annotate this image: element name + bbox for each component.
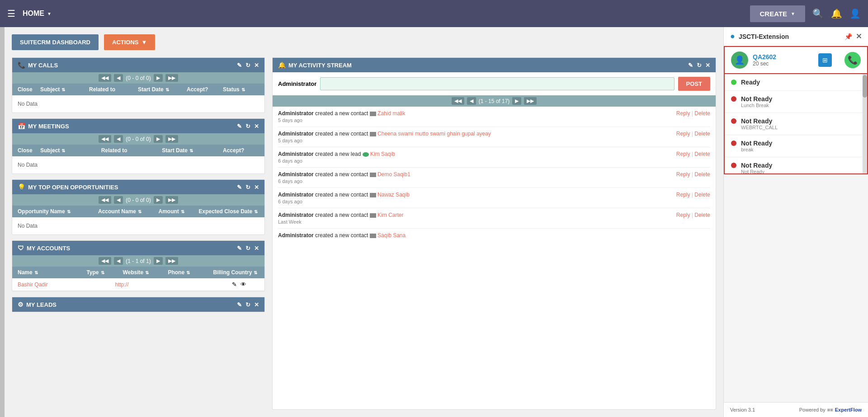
meetings-prev-first[interactable]: ◀◀: [99, 135, 111, 143]
delete-link-5[interactable]: Delete: [694, 192, 710, 198]
home-link[interactable]: HOME ▼: [23, 9, 52, 18]
reply-link-1[interactable]: Reply: [676, 110, 690, 117]
meetings-prev[interactable]: ◀: [114, 135, 123, 143]
contact-link-6[interactable]: Kim Carter: [377, 212, 403, 218]
create-button[interactable]: CREATE ▼: [750, 5, 805, 22]
meetings-close-icon[interactable]: ✕: [254, 123, 259, 130]
agent-grid-button[interactable]: ⊞: [818, 53, 832, 67]
not-ready-lunch-sublabel: Lunch Break: [741, 103, 772, 108]
dropdown-scrollbar-track[interactable]: [863, 74, 867, 173]
activity-prev-first[interactable]: ◀◀: [452, 97, 464, 105]
delete-link-1[interactable]: Delete: [694, 110, 710, 117]
leads-title: MY LEADS: [26, 301, 57, 308]
reply-link-5[interactable]: Reply: [676, 192, 690, 198]
status-item-not-ready-lunch[interactable]: Not Ready Lunch Break: [725, 91, 867, 113]
delete-link-2[interactable]: Delete: [694, 131, 710, 137]
account-row-view-icon[interactable]: 👁: [241, 281, 246, 288]
opp-prev-first[interactable]: ◀◀: [99, 196, 111, 204]
opp-page-info: (0 - 0 of 0): [126, 197, 151, 203]
meetings-next-last[interactable]: ▶▶: [165, 135, 178, 143]
delete-link-4[interactable]: Delete: [694, 171, 710, 178]
activity-edit-icon[interactable]: ✎: [688, 62, 693, 69]
status-item-not-ready-break[interactable]: Not Ready break: [725, 135, 867, 157]
calls-close-icon[interactable]: ✕: [254, 62, 259, 69]
account-row-edit-icon[interactable]: ✎: [232, 281, 237, 288]
top-navigation: ☰ HOME ▼ CREATE ▼ 🔍 🔔 👤: [0, 0, 868, 27]
activity-next[interactable]: ▶: [512, 97, 521, 105]
agent-call-button[interactable]: 📞: [844, 52, 861, 68]
calls-next[interactable]: ▶: [154, 74, 163, 82]
account-website-link[interactable]: http://: [115, 281, 128, 288]
activity-prev[interactable]: ◀: [467, 97, 476, 105]
leads-close-icon[interactable]: ✕: [254, 301, 259, 308]
activity-refresh-icon[interactable]: ↻: [697, 62, 702, 69]
dashboard-button[interactable]: SUITECRM DASHBOARD: [12, 34, 99, 50]
create-caret: ▼: [791, 11, 795, 16]
accounts-edit-icon[interactable]: ✎: [237, 245, 242, 252]
opp-prev[interactable]: ◀: [114, 196, 123, 204]
meetings-page-info: (0 - 0 of 0): [126, 136, 151, 142]
accounts-close-icon[interactable]: ✕: [254, 245, 259, 252]
col-related-m: Related to: [101, 147, 162, 154]
activity-close-icon[interactable]: ✕: [705, 62, 710, 69]
accounts-prev[interactable]: ◀: [114, 257, 123, 265]
calls-prev[interactable]: ◀: [114, 74, 123, 82]
opp-edit-icon[interactable]: ✎: [237, 184, 242, 191]
calls-prev-first[interactable]: ◀◀: [99, 74, 111, 82]
opp-close-icon[interactable]: ✕: [254, 184, 259, 191]
contact-link-7[interactable]: Saqib Sana: [377, 232, 406, 239]
leads-refresh-icon[interactable]: ↻: [245, 301, 250, 308]
leads-icon: ⚙: [18, 301, 24, 308]
status-item-ready[interactable]: Ready: [725, 74, 867, 91]
actions-button[interactable]: ACTIONS ▼: [104, 34, 155, 50]
col-accept: Accept?: [187, 86, 223, 93]
jscti-version: Version 3.1: [730, 407, 755, 412]
delete-link-6[interactable]: Delete: [694, 212, 710, 218]
opp-next-last[interactable]: ▶▶: [165, 196, 178, 204]
leads-edit-icon[interactable]: ✎: [237, 301, 242, 308]
reply-link-6[interactable]: Reply: [676, 212, 690, 218]
contact-link-5[interactable]: Nawaz Saqib: [377, 192, 410, 198]
meetings-refresh-icon[interactable]: ↻: [245, 123, 250, 130]
contact-link-4[interactable]: Demo Saqib1: [377, 171, 410, 178]
notifications-icon[interactable]: 🔔: [831, 8, 842, 19]
status-item-not-ready[interactable]: Not Ready Not Ready: [725, 157, 867, 173]
hamburger-icon[interactable]: ☰: [7, 8, 15, 19]
col-opp-name: Opportunity Name ⇅: [18, 208, 98, 215]
contact-link-2[interactable]: Cheena swami mutto swami ghain gupal aye…: [377, 131, 491, 137]
reply-link-2[interactable]: Reply: [676, 131, 690, 137]
accounts-next[interactable]: ▶: [154, 257, 163, 265]
accounts-refresh-icon[interactable]: ↻: [245, 245, 250, 252]
accounts-prev-first[interactable]: ◀◀: [99, 257, 111, 265]
reply-link-3[interactable]: Reply: [676, 151, 690, 157]
calls-edit-icon[interactable]: ✎: [237, 62, 242, 69]
activity-next-last[interactable]: ▶▶: [524, 97, 537, 105]
delete-link-3[interactable]: Delete: [694, 151, 710, 157]
status-item-not-ready-webrtc[interactable]: Not Ready WEBRTC_CALL: [725, 113, 867, 135]
col-date-m: Start Date ⇅: [162, 147, 223, 154]
accounts-next-last[interactable]: ▶▶: [165, 257, 178, 265]
search-icon[interactable]: 🔍: [812, 8, 824, 19]
post-input[interactable]: [320, 77, 674, 90]
contact-link-1[interactable]: Zahid malik: [377, 110, 405, 117]
meetings-edit-icon[interactable]: ✎: [237, 123, 242, 130]
calls-icon: 📞: [18, 61, 25, 69]
agent-status-bar: 👤 QA2602 20 sec ⊞ 📞: [724, 46, 868, 74]
calls-next-last[interactable]: ▶▶: [165, 74, 178, 82]
account-name-link[interactable]: Bashir Qadir: [18, 281, 48, 288]
col-date: Start Date ⇅: [138, 86, 187, 93]
reply-link-4[interactable]: Reply: [676, 171, 690, 178]
list-item: Administrator created a new contact Saqi…: [278, 229, 710, 242]
meetings-pagination: ◀◀ ◀ (0 - 0 of 0) ▶ ▶▶: [12, 133, 264, 145]
jscti-close-icon[interactable]: ✕: [856, 32, 862, 41]
list-item: Reply | Delete Administrator created a n…: [278, 208, 710, 229]
opp-next[interactable]: ▶: [154, 196, 163, 204]
lead-icon-3: [363, 152, 369, 157]
user-profile-icon[interactable]: 👤: [849, 8, 861, 19]
contact-link-3[interactable]: Kim Saqib: [370, 151, 395, 157]
meetings-next[interactable]: ▶: [154, 135, 163, 143]
post-button[interactable]: POST: [678, 77, 710, 91]
calls-refresh-icon[interactable]: ↻: [245, 62, 250, 69]
opp-refresh-icon[interactable]: ↻: [245, 184, 250, 191]
jscti-pin-icon[interactable]: 📌: [844, 33, 852, 40]
